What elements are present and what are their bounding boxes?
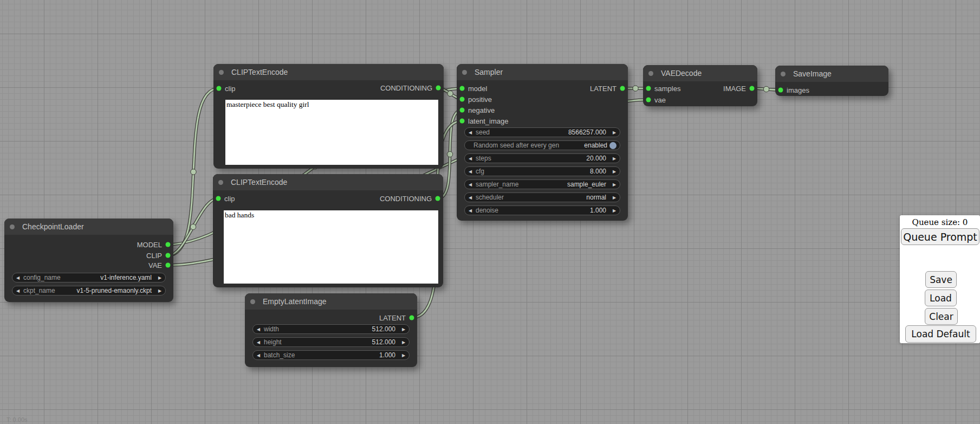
clear-button[interactable]: Clear xyxy=(925,308,958,325)
input-label-samples: samples xyxy=(654,85,680,93)
widget-batch-size[interactable]: ◀batch_size1.000▶ xyxy=(252,350,410,360)
load-button[interactable]: Load xyxy=(925,290,957,306)
node-collapse-dot[interactable] xyxy=(219,70,224,75)
node-title-bar[interactable]: CLIPTextEncode xyxy=(213,64,444,80)
input-label-vae: vae xyxy=(654,96,666,104)
decrement-arrow-icon[interactable]: ◀ xyxy=(12,275,23,280)
input-slot-samples[interactable] xyxy=(646,86,651,91)
node-title-bar[interactable]: Sampler xyxy=(457,64,628,80)
output-slot-CLIP[interactable] xyxy=(166,253,171,258)
input-slot-clip[interactable] xyxy=(216,196,221,201)
node-save-image[interactable]: SaveImageimages xyxy=(775,66,888,96)
decrement-arrow-icon[interactable]: ◀ xyxy=(465,182,476,187)
increment-arrow-icon[interactable]: ▶ xyxy=(609,195,620,200)
node-title-bar[interactable]: SaveImage xyxy=(775,66,888,82)
widget-random-seed-after-every-gen[interactable]: Random seed after every genenabled xyxy=(464,140,620,150)
output-label-CONDITIONING: CONDITIONING xyxy=(380,84,432,92)
link-midpoint-dot xyxy=(763,86,769,92)
node-collapse-dot[interactable] xyxy=(250,299,255,304)
load-default-button[interactable]: Load Default xyxy=(905,325,976,343)
input-slot-latent_image[interactable] xyxy=(460,119,465,124)
widget-seed[interactable]: ◀seed8566257.000▶ xyxy=(464,127,620,137)
input-label-clip: clip xyxy=(225,85,236,93)
decrement-arrow-icon[interactable]: ◀ xyxy=(465,130,476,135)
widget-scheduler[interactable]: ◀schedulernormal▶ xyxy=(464,192,620,202)
decrement-arrow-icon[interactable]: ◀ xyxy=(253,327,264,332)
node-clip-text-encode-positive[interactable]: CLIPTextEncodeclipCONDITIONINGmasterpiec… xyxy=(213,64,444,169)
widget-steps[interactable]: ◀steps20.000▶ xyxy=(464,153,620,163)
input-slot-positive[interactable] xyxy=(460,97,465,102)
widget-ckpt-name[interactable]: ◀ckpt_namev1-5-pruned-emaonly.ckpt▶ xyxy=(12,286,166,295)
widget-denoise[interactable]: ◀denoise1.000▶ xyxy=(464,205,620,215)
input-label-latent_image: latent_image xyxy=(468,117,508,125)
increment-arrow-icon[interactable]: ▶ xyxy=(154,275,165,280)
widget-value: v1-inference.yaml xyxy=(100,274,154,281)
widget-config-name[interactable]: ◀config_namev1-inference.yaml▶ xyxy=(12,273,166,282)
increment-arrow-icon[interactable]: ▶ xyxy=(609,130,620,135)
prompt-textarea[interactable]: masterpiece best quality girl xyxy=(225,100,438,165)
decrement-arrow-icon[interactable]: ◀ xyxy=(12,288,23,293)
increment-arrow-icon[interactable]: ▶ xyxy=(154,288,165,293)
link-midpoint-dot xyxy=(191,169,196,175)
node-title-label: CLIPTextEncode xyxy=(231,174,287,190)
widget-value: normal xyxy=(586,194,609,201)
widget-label: sampler_name xyxy=(476,181,518,188)
increment-arrow-icon[interactable]: ▶ xyxy=(398,353,409,358)
output-label-IMAGE: IMAGE xyxy=(723,85,746,93)
node-empty-latent-image[interactable]: EmptyLatentImageLATENT◀width512.000▶◀hei… xyxy=(245,293,417,367)
widget-value: sample_euler xyxy=(567,181,609,188)
node-title-bar[interactable]: CLIPTextEncode xyxy=(213,174,443,190)
decrement-arrow-icon[interactable]: ◀ xyxy=(465,208,476,213)
output-slot-CONDITIONING[interactable] xyxy=(436,86,441,91)
increment-arrow-icon[interactable]: ▶ xyxy=(398,327,409,332)
widget-cfg[interactable]: ◀cfg8.000▶ xyxy=(464,166,620,176)
decrement-arrow-icon[interactable]: ◀ xyxy=(253,340,264,345)
save-button[interactable]: Save xyxy=(925,271,957,288)
node-clip-text-encode-negative[interactable]: CLIPTextEncodeclipCONDITIONINGbad hands xyxy=(213,174,443,287)
increment-arrow-icon[interactable]: ▶ xyxy=(609,182,620,187)
node-collapse-dot[interactable] xyxy=(218,180,223,185)
output-slot-IMAGE[interactable] xyxy=(750,86,755,91)
output-slot-LATENT[interactable] xyxy=(620,86,625,91)
increment-arrow-icon[interactable]: ▶ xyxy=(609,156,620,161)
node-collapse-dot[interactable] xyxy=(10,224,15,229)
output-label-VAE: VAE xyxy=(148,261,162,269)
output-slot-VAE[interactable] xyxy=(166,263,171,268)
increment-arrow-icon[interactable]: ▶ xyxy=(398,340,409,345)
input-slot-negative[interactable] xyxy=(460,108,465,113)
widget-label: seed xyxy=(476,129,490,136)
widget-value: 512.000 xyxy=(372,338,398,346)
input-slot-vae[interactable] xyxy=(646,98,651,102)
node-title-bar[interactable]: CheckpointLoader xyxy=(4,219,173,235)
node-collapse-dot[interactable] xyxy=(648,71,653,76)
node-checkpoint-loader[interactable]: CheckpointLoaderMODELCLIPVAE◀config_name… xyxy=(4,219,173,302)
node-collapse-dot[interactable] xyxy=(781,72,786,76)
queue-prompt-button[interactable]: Queue Prompt xyxy=(901,228,979,245)
widget-height[interactable]: ◀height512.000▶ xyxy=(252,337,410,347)
link-midpoint-dot xyxy=(633,86,638,91)
output-slot-MODEL[interactable] xyxy=(166,242,171,247)
input-slot-clip[interactable] xyxy=(217,86,222,91)
decrement-arrow-icon[interactable]: ◀ xyxy=(465,169,476,174)
decrement-arrow-icon[interactable]: ◀ xyxy=(465,195,476,200)
increment-arrow-icon[interactable]: ▶ xyxy=(609,169,620,174)
toggle-knob[interactable] xyxy=(609,142,616,149)
output-slot-LATENT[interactable] xyxy=(410,316,414,320)
node-title-bar[interactable]: EmptyLatentImage xyxy=(245,293,417,310)
input-label-images: images xyxy=(787,86,809,94)
node-title-bar[interactable]: VAEDecode xyxy=(643,65,757,81)
node-title-label: CLIPTextEncode xyxy=(231,64,288,80)
input-slot-model[interactable] xyxy=(460,86,465,91)
output-slot-CONDITIONING[interactable] xyxy=(436,196,440,201)
increment-arrow-icon[interactable]: ▶ xyxy=(609,208,620,213)
node-sampler[interactable]: Samplermodelpositivenegativelatent_image… xyxy=(457,64,628,221)
decrement-arrow-icon[interactable]: ◀ xyxy=(465,156,476,161)
node-vae-decode[interactable]: VAEDecodesamplesvaeIMAGE xyxy=(643,65,757,106)
node-collapse-dot[interactable] xyxy=(462,70,467,75)
widget-width[interactable]: ◀width512.000▶ xyxy=(252,324,410,334)
link-midpoint-dot xyxy=(447,91,453,96)
input-slot-images[interactable] xyxy=(778,88,783,93)
decrement-arrow-icon[interactable]: ◀ xyxy=(253,353,264,358)
prompt-textarea[interactable]: bad hands xyxy=(224,210,438,284)
widget-sampler-name[interactable]: ◀sampler_namesample_euler▶ xyxy=(464,179,620,189)
